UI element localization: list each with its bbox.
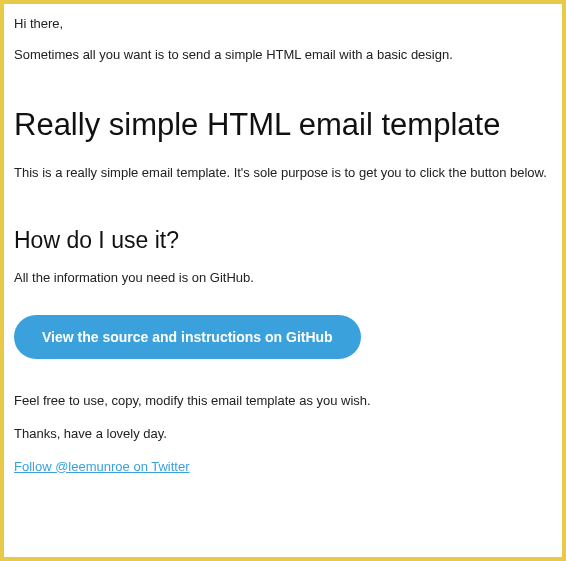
github-info-text: All the information you need is on GitHu… <box>14 270 552 285</box>
sub-heading: How do I use it? <box>14 227 552 254</box>
greeting-text: Hi there, <box>14 16 552 31</box>
description-text: This is a really simple email template. … <box>14 163 552 183</box>
main-heading: Really simple HTML email template <box>14 106 552 143</box>
thanks-text: Thanks, have a lovely day. <box>14 426 552 441</box>
email-container: Hi there, Sometimes all you want is to s… <box>0 0 566 561</box>
view-source-button[interactable]: View the source and instructions on GitH… <box>14 315 361 359</box>
twitter-follow-link[interactable]: Follow @leemunroe on Twitter <box>14 459 190 474</box>
intro-text: Sometimes all you want is to send a simp… <box>14 47 552 62</box>
free-use-text: Feel free to use, copy, modify this emai… <box>14 393 552 408</box>
